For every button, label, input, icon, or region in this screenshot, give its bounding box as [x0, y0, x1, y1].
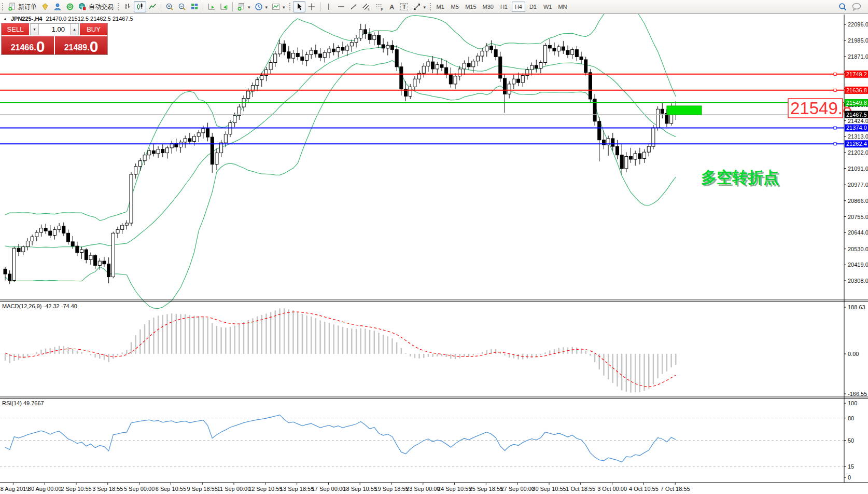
- autotrade-button[interactable]: 自动交易: [76, 1, 116, 12]
- toolbar-grip: [429, 2, 432, 11]
- timeframe-M1[interactable]: M1: [433, 2, 447, 12]
- level-handle[interactable]: [834, 127, 836, 129]
- candle-bull: [539, 62, 542, 68]
- zoom-out-icon: [178, 3, 186, 11]
- timeframe-MN[interactable]: MN: [555, 2, 569, 12]
- candle-bear: [44, 228, 47, 231]
- highlight-rectangle[interactable]: [667, 106, 702, 115]
- level-handle[interactable]: [834, 143, 836, 145]
- candle-bear: [76, 246, 79, 252]
- candle-bear: [67, 233, 70, 242]
- level-handle[interactable]: [834, 89, 836, 91]
- candle-bear: [499, 57, 502, 78]
- new-order-button[interactable]: 新订单: [6, 1, 39, 12]
- note-text[interactable]: 多空转折点: [701, 169, 779, 186]
- zoom-in-button[interactable]: [163, 1, 176, 12]
- candle-bear: [575, 50, 578, 57]
- symbol-bar: ▲ JPN225-,H4 21470.0 21512.5 21462.5 214…: [3, 16, 133, 22]
- horizontal-line-icon: [337, 3, 345, 11]
- timeframe-D1[interactable]: D1: [526, 2, 540, 12]
- volume-up-button[interactable]: ▲: [70, 23, 79, 35]
- zoom-out-button[interactable]: [176, 1, 188, 12]
- candlestick-icon: [136, 3, 144, 11]
- timeframe-H4[interactable]: H4: [512, 2, 525, 12]
- candle-bear: [580, 57, 583, 60]
- level-price-label[interactable]: 21749.2: [846, 71, 867, 77]
- timeframe-H1[interactable]: H1: [497, 2, 511, 12]
- text-tool-button[interactable]: A: [386, 1, 398, 12]
- candle-bear: [467, 63, 470, 67]
- chart-canvas[interactable]: 21549.8多空转折点多空转折点MACD(12,26,9) -42.32 -7…: [0, 0, 868, 494]
- candlestick-chart-button[interactable]: [134, 1, 146, 12]
- candle-bull: [427, 62, 430, 66]
- signals-button[interactable]: [64, 1, 76, 12]
- candle-bear: [661, 109, 664, 113]
- fibonacci-icon: F: [375, 3, 384, 11]
- auto-scroll-button[interactable]: [205, 1, 218, 12]
- templates-button[interactable]: [235, 1, 253, 12]
- macd-tick-label: 188.63: [848, 304, 865, 310]
- level-price-label[interactable]: 21549.8: [846, 100, 867, 106]
- cursor-tool-button[interactable]: [293, 1, 305, 12]
- candle-bull: [413, 79, 416, 87]
- vertical-line-tool-button[interactable]: [323, 1, 335, 12]
- timeframe-W1[interactable]: W1: [541, 2, 555, 12]
- time-tick-label: 2 Sep 10:55: [61, 486, 91, 492]
- community-button[interactable]: [51, 1, 64, 12]
- rsi-tick-label: 0: [848, 474, 851, 481]
- volume-input[interactable]: [39, 23, 70, 35]
- candle-bear: [566, 50, 569, 54]
- sell-button[interactable]: SELL: [2, 23, 29, 36]
- candle-bear: [431, 62, 435, 69]
- candle-bear: [548, 45, 551, 48]
- indicators-button[interactable]: [270, 1, 287, 12]
- level-price-label[interactable]: 21636.8: [846, 87, 867, 93]
- bar-chart-button[interactable]: [121, 1, 134, 12]
- time-tick-label: 30 Sep 10:55: [532, 486, 566, 492]
- sell-price[interactable]: 21466 . 0: [2, 36, 54, 54]
- timeframe-M5[interactable]: M5: [448, 2, 461, 12]
- candle-bull: [337, 47, 340, 51]
- candle-bear: [400, 67, 403, 89]
- channel-tool-button[interactable]: E: [360, 1, 373, 12]
- candle-bear: [94, 255, 97, 265]
- arrows-dropdown-arrow: [423, 3, 426, 10]
- candle-bear: [283, 44, 286, 52]
- chart-shift-button[interactable]: [218, 1, 230, 12]
- line-chart-button[interactable]: [146, 1, 159, 12]
- buy-button[interactable]: BUY: [80, 23, 107, 36]
- candle-bull: [53, 229, 56, 235]
- candle-bear: [395, 50, 398, 67]
- rsi-tick-label: 15: [848, 463, 854, 470]
- tile-windows-button[interactable]: [188, 1, 201, 12]
- candle-bull: [625, 156, 628, 168]
- candle-bull: [134, 167, 137, 174]
- fibonacci-tool-button[interactable]: F: [373, 1, 386, 12]
- price-callout-text[interactable]: 21549.8: [790, 99, 852, 118]
- candle-bull: [193, 136, 196, 142]
- horizontal-line-tool-button[interactable]: [335, 1, 347, 12]
- time-tick-label: 3 Oct 00:00: [597, 486, 627, 492]
- time-tick-label: 13 Sep 18:55: [280, 486, 314, 492]
- trendline-tool-button[interactable]: [347, 1, 360, 12]
- volume-down-button[interactable]: ▼: [30, 23, 39, 35]
- text-label-tool-button[interactable]: T: [398, 1, 411, 12]
- timeframe-M15[interactable]: M15: [463, 2, 479, 12]
- buy-price[interactable]: 21489 . 0: [54, 36, 107, 54]
- level-price-label[interactable]: 21262.4: [846, 141, 867, 147]
- arrows-tool-button[interactable]: [411, 1, 428, 12]
- candle-bull: [278, 44, 281, 54]
- styler-button[interactable]: [39, 1, 51, 12]
- candle-bull: [130, 174, 133, 223]
- panel-collapse-arrow[interactable]: ▲: [3, 17, 7, 21]
- level-price-label[interactable]: 21374.0: [846, 125, 867, 131]
- channel-icon: E: [362, 3, 371, 11]
- level-handle[interactable]: [834, 73, 836, 75]
- search-button[interactable]: [836, 1, 849, 12]
- periods-button[interactable]: [253, 1, 270, 12]
- candle-bear: [17, 248, 20, 252]
- candle-bull: [422, 66, 425, 73]
- crosshair-tool-button[interactable]: [305, 1, 318, 12]
- chat-button[interactable]: [849, 1, 864, 12]
- timeframe-M30[interactable]: M30: [480, 2, 496, 12]
